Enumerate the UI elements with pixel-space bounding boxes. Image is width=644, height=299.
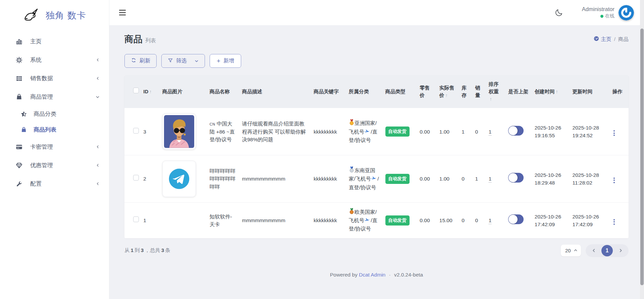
- refresh-button[interactable]: 刷新: [124, 54, 157, 68]
- kebab-menu-icon[interactable]: [612, 218, 616, 226]
- chevron-left-icon: [96, 58, 100, 62]
- topbar: Administrator 在线: [109, 0, 644, 25]
- sidebar: 独角 数卡 主页 系统: [0, 0, 109, 299]
- cell-name: CN 中国大陆 +86 ~直登/协议号: [207, 108, 239, 155]
- column-header-id: ID↑: [141, 75, 159, 108]
- hamburger-menu-icon[interactable]: [117, 8, 128, 17]
- sidebar-item-system[interactable]: 系统: [0, 51, 109, 69]
- cell-stock: 0: [459, 202, 472, 238]
- breadcrumb-home-link[interactable]: 主页: [594, 36, 611, 43]
- avatar[interactable]: [619, 5, 634, 20]
- on-sale-toggle[interactable]: [508, 173, 524, 183]
- chevron-up-icon: [574, 248, 578, 254]
- man-avatar-illustration: [164, 115, 194, 148]
- on-sale-toggle[interactable]: [508, 214, 524, 224]
- next-page-button[interactable]: [616, 246, 625, 255]
- brand[interactable]: 独角 数卡: [0, 0, 109, 31]
- column-header-actions: 操作: [609, 75, 629, 108]
- kebab-menu-icon[interactable]: [612, 129, 616, 137]
- cell-updated-at: 2025-10-28 19:24:52: [570, 108, 610, 155]
- sort-arrow-icon[interactable]: ↑: [556, 89, 558, 94]
- sort-arrow-icon[interactable]: ↑: [149, 89, 152, 94]
- scrollbar-thumb[interactable]: [640, 29, 644, 285]
- airplane-icon: [365, 130, 370, 135]
- brand-name: 独角 数卡: [46, 9, 86, 21]
- sidebar-item-sales-data[interactable]: 销售数据: [0, 69, 109, 88]
- page-subtitle: 列表: [145, 38, 156, 43]
- sidebar-item-label: 配置: [30, 180, 96, 188]
- sidebar-item-product-list[interactable]: 商品列表: [0, 122, 109, 138]
- page-title: 商品: [124, 34, 143, 44]
- type-badge: 自动发货: [385, 127, 410, 137]
- filter-button[interactable]: 筛选: [161, 54, 205, 68]
- star-half-icon: [19, 111, 28, 117]
- table-icon: [15, 75, 23, 82]
- toolbar: 刷新 筛选 + 新增: [124, 54, 629, 68]
- sort-arrow-icon[interactable]: ↑: [445, 93, 448, 98]
- sidebar-item-product-management[interactable]: 商品管理: [0, 88, 109, 106]
- product-image[interactable]: [162, 161, 196, 197]
- cell-actual-price: 15.00: [437, 202, 459, 238]
- unicorn-logo-icon: [23, 8, 41, 23]
- chevron-left-icon: [96, 77, 100, 80]
- sort-weight-editable[interactable]: 1: [489, 176, 492, 183]
- column-header-updated-at: 更新时间: [570, 75, 610, 108]
- gear-icon: [15, 56, 23, 64]
- sidebar-item-label: 系统: [30, 56, 96, 64]
- moon-icon[interactable]: [555, 8, 563, 17]
- cell-keyword: kkkkkkkkk: [311, 155, 346, 203]
- sidebar-item-discount-management[interactable]: 优惠管理: [0, 156, 109, 175]
- row-checkbox[interactable]: [133, 216, 139, 222]
- gold-medal-icon: [349, 121, 354, 127]
- column-header-actual-price: 实际售价↑: [437, 75, 459, 108]
- row-checkbox[interactable]: [133, 128, 139, 134]
- table-row: 2 咩咩咩咩咩咩咩咩咩咩咩咩: [124, 155, 629, 203]
- sidebar-item-label: 卡密管理: [30, 143, 96, 151]
- sidebar-item-label: 商品管理: [30, 93, 96, 101]
- cell-retail-price: 0.00: [417, 155, 436, 203]
- list-footer: 从1到3，总共3条 20 1: [124, 244, 629, 257]
- product-image[interactable]: [162, 113, 196, 150]
- cell-actual-price: 1.00: [437, 155, 459, 203]
- add-button[interactable]: + 新增: [210, 54, 241, 68]
- per-page-value: 20: [565, 248, 571, 253]
- cell-sales: 0: [473, 108, 486, 155]
- cell-created-at: 2025-10-26 18:29:48: [532, 155, 570, 203]
- breadcrumb-home-label: 主页: [601, 36, 611, 43]
- prev-page-button[interactable]: [589, 246, 598, 255]
- sidebar-item-label: 销售数据: [30, 74, 96, 82]
- cell-retail-price: 0.00: [417, 108, 436, 155]
- on-sale-toggle[interactable]: [508, 126, 524, 136]
- sidebar-item-settings[interactable]: 配置: [0, 175, 109, 193]
- column-header-stock: 库存: [459, 75, 472, 108]
- cell-updated-at: 2025-10-26 17:42:09: [570, 202, 610, 238]
- select-all-checkbox[interactable]: [133, 88, 139, 93]
- sidebar-item-home[interactable]: 主页: [0, 32, 109, 51]
- refresh-icon: [131, 57, 137, 64]
- user-meta: Administrator 在线: [582, 6, 614, 19]
- bar-chart-icon: [15, 38, 23, 45]
- cell-category: 亚洲国家/飞机号/直登/协议号: [346, 108, 383, 155]
- cell-id: 1: [141, 202, 159, 238]
- sidebar-menu: 主页 系统 销售数据: [0, 31, 109, 193]
- dcat-admin-link[interactable]: Dcat Admin: [359, 272, 385, 278]
- sidebar-item-label: 优惠管理: [30, 161, 96, 169]
- sort-weight-editable[interactable]: 1: [489, 129, 492, 136]
- row-checkbox[interactable]: [133, 175, 139, 181]
- pagination-summary: 从1到3，总共3条: [124, 247, 170, 254]
- cell-stock: 1: [459, 108, 472, 155]
- kebab-menu-icon[interactable]: [612, 176, 616, 185]
- per-page-select[interactable]: 20: [561, 245, 581, 256]
- cell-stock: 0: [459, 155, 472, 203]
- cell-category: 东南亚国家/飞机号/直登/协议号: [346, 155, 383, 203]
- sort-arrow-icon[interactable]: ↑: [490, 96, 492, 102]
- breadcrumb-separator: /: [614, 36, 615, 42]
- current-page-button[interactable]: 1: [601, 245, 613, 256]
- column-header-created-at: 创建时间↑: [532, 75, 570, 108]
- sidebar-item-card-key-management[interactable]: 卡密管理: [0, 138, 109, 156]
- column-header-category: 所属分类: [346, 75, 383, 108]
- sort-weight-editable[interactable]: 1: [489, 217, 492, 224]
- sidebar-item-product-category[interactable]: 商品分类: [0, 106, 109, 122]
- main-area: Administrator 在线 商品列表: [109, 0, 644, 299]
- cell-keyword: kkkkkkkkk: [311, 108, 346, 155]
